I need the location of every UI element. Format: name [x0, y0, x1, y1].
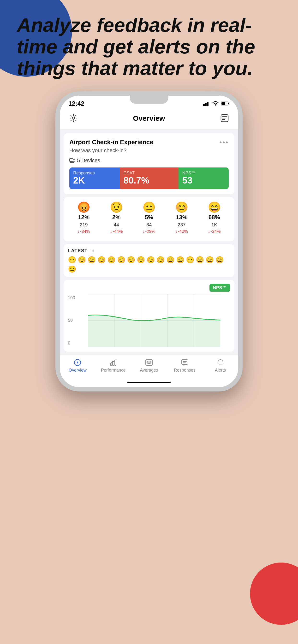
settings-button[interactable]: [67, 112, 79, 125]
tab-alerts[interactable]: Alerts: [203, 359, 238, 373]
signal-icon: [203, 101, 210, 106]
chart-area: [78, 294, 230, 347]
responses-tab-icon: [181, 359, 189, 366]
phone-frame: 12:42: [55, 91, 243, 392]
svg-rect-12: [73, 159, 75, 162]
emoji-item-3: 😊 13% 237 ↓-40%: [165, 202, 198, 234]
latest-emoji-5: 😊: [117, 256, 125, 264]
screen-content: Airport Check-in Experience How was your…: [60, 130, 238, 354]
emoji-face-4: 😄: [208, 202, 221, 212]
performance-tab-icon: [109, 359, 117, 366]
devices-row: 5 Devices: [69, 158, 229, 164]
responses-label: Responses: [73, 170, 116, 176]
status-icons: [203, 101, 230, 106]
emoji-change-4: ↓-34%: [208, 229, 221, 234]
latest-emoji-9: 😊: [157, 256, 165, 264]
stat-responses: Responses 2K: [69, 168, 120, 189]
latest-emoji-7: 😊: [137, 256, 145, 264]
tab-averages-label: Averages: [140, 368, 158, 373]
emoji-item-2: 😐 5% 84 ↓-29%: [133, 202, 165, 234]
tab-overview[interactable]: Overview: [60, 359, 95, 373]
svg-rect-29: [115, 360, 116, 365]
more-button[interactable]: •••: [220, 138, 229, 146]
svg-rect-28: [112, 362, 114, 365]
nav-header: Overview: [60, 109, 238, 130]
emoji-change-0: ↓-34%: [77, 229, 90, 234]
emoji-pct-0: 12%: [78, 214, 89, 221]
latest-emoji-0: 😐: [68, 256, 76, 264]
y-label-0: 0: [68, 341, 77, 346]
svg-point-6: [72, 117, 75, 119]
tab-averages[interactable]: Averages: [131, 359, 167, 373]
stat-nps: NPS™ 53: [179, 168, 229, 189]
emoji-ratings-row: 😡 12% 219 ↓-34% 😟 2% 44 ↓-44% 😐 5% 84 ↓-…: [67, 202, 231, 234]
nps-value: 53: [182, 176, 225, 186]
emoji-count-0: 219: [80, 222, 88, 228]
emoji-face-1: 😟: [110, 202, 123, 212]
latest-text: LATEST: [68, 248, 88, 254]
y-label-100: 100: [68, 296, 77, 300]
latest-section: LATEST → 😐😊😄😊😊😊😊😊😊😊😄😄😐😄😄😄😐: [64, 244, 234, 277]
emoji-pct-4: 68%: [209, 214, 220, 221]
y-label-50: 50: [68, 318, 77, 323]
latest-emoji-16: 😐: [68, 265, 76, 273]
survey-info: Airport Check-in Experience How was your…: [69, 138, 153, 158]
chart-container: 100 50 0: [68, 294, 230, 347]
emoji-pct-3: 13%: [176, 214, 187, 221]
svg-rect-1: [205, 103, 207, 106]
tab-responses-label: Responses: [174, 368, 196, 373]
latest-emoji-13: 😄: [196, 256, 204, 264]
emoji-ratings-card: 😡 12% 219 ↓-34% 😟 2% 44 ↓-44% 😐 5% 84 ↓-…: [64, 197, 234, 241]
device-icon: [69, 158, 75, 163]
tab-alerts-label: Alerts: [215, 368, 226, 373]
stat-csat: CSAT 80.7%: [120, 168, 179, 189]
latest-emoji-4: 😊: [107, 256, 116, 264]
latest-emoji-14: 😄: [206, 256, 214, 264]
overview-tab-icon: [74, 359, 81, 366]
notch: [130, 96, 168, 104]
tab-performance-label: Performance: [101, 368, 126, 373]
filter-button[interactable]: [219, 112, 231, 125]
bg-circle-red: [250, 562, 298, 625]
chart-section: NPS™ 100 50 0: [64, 280, 234, 352]
emoji-count-2: 84: [146, 222, 152, 228]
latest-emoji-6: 😊: [127, 256, 135, 264]
emoji-count-4: 1K: [211, 222, 217, 228]
emoji-count-3: 237: [178, 222, 186, 228]
latest-emoji-2: 😄: [88, 256, 96, 264]
survey-title: Airport Check-in Experience: [69, 138, 153, 146]
svg-rect-0: [203, 104, 205, 106]
tab-responses[interactable]: Responses: [167, 359, 203, 373]
latest-emoji-8: 😊: [146, 256, 155, 264]
latest-emojis: 😐😊😄😊😊😊😊😊😊😊😄😄😐😄😄😄😐: [68, 256, 230, 273]
devices-count: 5 Devices: [77, 158, 100, 164]
emoji-item-4: 😄 68% 1K ↓-34%: [198, 202, 231, 234]
latest-emoji-11: 😄: [176, 256, 185, 264]
survey-subtitle: How was your check-in?: [69, 147, 153, 154]
battery-icon: [221, 101, 230, 106]
emoji-face-3: 😊: [175, 202, 188, 212]
wifi-icon: [212, 101, 219, 106]
survey-card: Airport Check-in Experience How was your…: [64, 133, 234, 194]
phone-screen: 12:42: [60, 96, 238, 387]
emoji-change-3: ↓-40%: [175, 229, 188, 234]
svg-rect-33: [182, 360, 188, 364]
filter-icon: [221, 114, 229, 122]
chart-badge: NPS™: [68, 284, 230, 292]
emoji-item-0: 😡 12% 219 ↓-34%: [67, 202, 100, 234]
stats-bar: Responses 2K CSAT 80.7% NPS™ 53: [69, 168, 229, 189]
nps-label: NPS™: [182, 170, 225, 176]
svg-point-31: [147, 361, 148, 363]
emoji-face-0: 😡: [77, 202, 90, 212]
csat-value: 80.7%: [123, 176, 175, 186]
csat-label: CSAT: [123, 170, 175, 176]
latest-emoji-15: 😄: [215, 256, 224, 264]
chart-svg: [78, 294, 230, 347]
home-indicator: [60, 380, 238, 387]
tab-performance[interactable]: Performance: [95, 359, 131, 373]
alerts-tab-icon: [217, 359, 224, 366]
hero-heading: Analyze feedback in real-time and get al…: [0, 0, 298, 91]
tab-bar: Overview Performance: [60, 354, 238, 380]
svg-rect-4: [221, 102, 225, 105]
svg-rect-5: [228, 103, 229, 104]
